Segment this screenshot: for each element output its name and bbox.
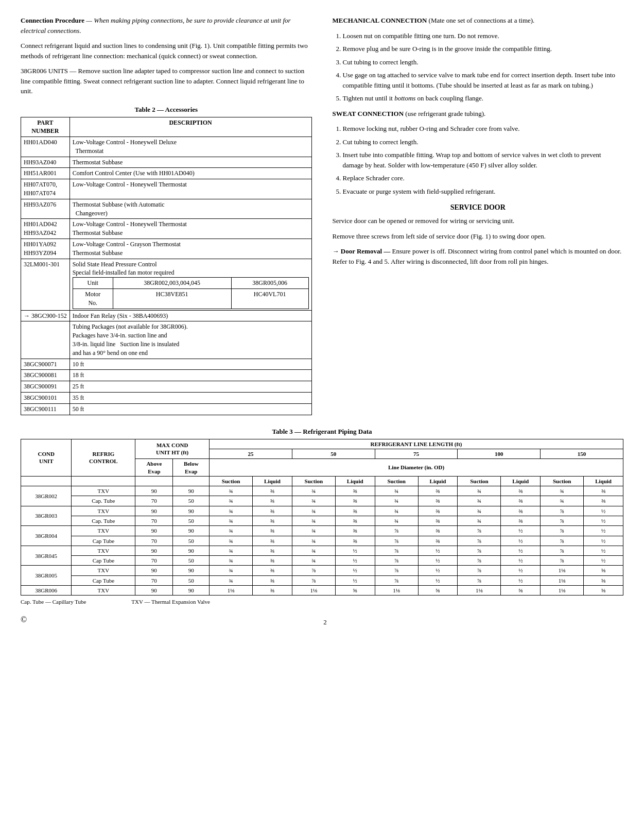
table3-footer: Cap. Tube — Capillary Tube TXV — Thermal…	[21, 599, 623, 605]
th-part-number: PARTNUMBER	[21, 117, 70, 137]
s1-004-txv: ¾	[210, 526, 253, 536]
l4-002-cap: ⅜	[501, 496, 541, 506]
below-50-003: 50	[173, 516, 210, 525]
below-90-006: 90	[173, 586, 210, 596]
s3-005-txv: ⅞	[375, 566, 418, 575]
l3-002-txv: ⅜	[418, 486, 458, 496]
refrig-cap-005: Cap Tube	[72, 575, 135, 585]
l2-006-txv: ⅝	[335, 586, 375, 596]
l1-005-txv: ⅜	[253, 566, 292, 575]
l4-003-txv: ⅜	[501, 506, 541, 516]
s1-003-cap: ¾	[210, 516, 253, 525]
above-90-003: 90	[135, 506, 173, 516]
desc-hh51ar001: Comfort Control Center (Use with HH01AD0…	[69, 168, 311, 179]
desc-hh07at: Low-Voltage Control - Honeywell Thermost…	[69, 179, 311, 199]
table3-wrapper: Table 3 — Refrigerant Piping Data CONDUN…	[21, 428, 623, 605]
l2-003-cap: ⅜	[335, 516, 375, 525]
part-32lm: 32LM001-301	[21, 259, 70, 310]
refrig-txv-045: TXV	[72, 546, 135, 555]
l3-004-txv: ⅜	[418, 526, 458, 536]
l4-003-cap: ⅜	[501, 516, 541, 525]
l1-003-txv: ⅜	[253, 506, 292, 516]
th-blank2	[72, 476, 135, 486]
l3-003-txv: ⅜	[418, 506, 458, 516]
l2-045-cap: ½	[335, 556, 375, 566]
l4-004-txv: ½	[501, 526, 541, 536]
sub-table-32lm: Unit 38GR002,003,004,045 38GR005,006 Mot…	[73, 277, 309, 309]
table-row: 38GC900081 18 ft	[21, 370, 312, 381]
th-50: 50	[292, 449, 375, 458]
refrig-cap-004: Cap Tube	[72, 536, 135, 546]
l4-004-cap: ½	[501, 536, 541, 546]
table-row: HH51AR001 Comfort Control Center (Use wi…	[21, 168, 312, 179]
l1-045-txv: ⅜	[253, 546, 292, 555]
l5-003-cap: ½	[584, 516, 623, 525]
desc-hh01ad040: Low-Voltage Control - Honeywell Deluxe T…	[69, 137, 311, 157]
door-removal-bold: → Door Removal —	[333, 247, 391, 255]
above-90-045: 90	[135, 546, 173, 555]
l1-045-cap: ⅜	[253, 556, 292, 566]
l1-002-txv: ⅜	[253, 486, 292, 496]
l2-005-cap: ½	[335, 575, 375, 585]
table-row-tubing-header: Tubing Packages (not available for 38GR0…	[21, 321, 312, 359]
table-row: 38GR003 TXV 90 90 ¾ ⅜ ¾ ⅜ ¾ ⅜ ¾ ⅜ ⅞ ½	[21, 506, 623, 516]
l5-005-txv: ⅝	[584, 566, 623, 575]
l3-005-txv: ½	[418, 566, 458, 575]
table-row: 38GC900111 50 ft	[21, 403, 312, 415]
s4-005-txv: ⅞	[458, 566, 501, 575]
s3-004-cap: ⅞	[375, 536, 418, 546]
th-line-diam: Line Diameter (in. OD)	[210, 459, 623, 477]
ref-header-row4: Suction Liquid Suction Liquid Suction Li…	[21, 476, 623, 486]
part-hh01ad040: HH01AD040	[21, 137, 70, 157]
l2-004-txv: ⅜	[335, 526, 375, 536]
table-row: HH01AD042HH93AZ042 Low-Voltage Control -…	[21, 219, 312, 239]
mech-step-4: Use gage on tag attached to service valv…	[343, 70, 624, 90]
l1-006-txv: ⅜	[253, 586, 292, 596]
desc-relay: Indoor Fan Relay (Six - 38BA400693)	[69, 310, 311, 321]
door-removal-para: → Door Removal — Ensure power is off. Di…	[333, 246, 624, 266]
table3-title: Table 3 — Refrigerant Piping Data	[21, 428, 623, 436]
s3-006-txv: 1⅛	[375, 586, 418, 596]
above-90-004: 90	[135, 526, 173, 536]
sweat-step-4: Replace Schrader core.	[343, 173, 624, 183]
l3-006-txv: ⅝	[418, 586, 458, 596]
l1-003-cap: ⅜	[253, 516, 292, 525]
desc-tubing-header: Tubing Packages (not available for 38GR0…	[69, 321, 311, 359]
s4-006-txv: 1⅛	[458, 586, 501, 596]
table-row: Cap Tube 70 50 ¾ ⅜ ¾ ½ ⅞ ½ ⅞ ½ ⅞ ½	[21, 556, 623, 566]
table-row: 38GR004 TXV 90 90 ¾ ⅜ ¾ ⅜ ⅞ ⅜ ⅞ ½ ⅞ ½	[21, 526, 623, 536]
s3-002-txv: ¾	[375, 486, 418, 496]
table-row: Cap. Tube 70 50 ¾ ⅜ ¾ ⅜ ¾ ⅜ ¾ ⅜ ¾ ⅜	[21, 496, 623, 506]
l1-004-cap: ⅜	[253, 536, 292, 546]
l4-045-txv: ½	[501, 546, 541, 555]
l3-004-cap: ⅜	[418, 536, 458, 546]
table-row: HH01YA092HH93YZ094 Low-Voltage Control -…	[21, 239, 312, 259]
part-38gc900071: 38GC900071	[21, 359, 70, 370]
mechanical-steps-list: Loosen nut on compatible fitting one tur…	[343, 31, 624, 104]
above-90-005: 90	[135, 566, 173, 575]
l2-045-txv: ½	[335, 546, 375, 555]
th-suction3: Suction	[375, 476, 418, 486]
l2-005-txv: ½	[335, 566, 375, 575]
l2-004-cap: ⅜	[335, 536, 375, 546]
below-90-004: 90	[173, 526, 210, 536]
mechanical-heading: MECHANICAL CONNECTION (Mate one set of c…	[333, 15, 624, 26]
s2-003-cap: ¾	[292, 516, 335, 525]
s5-045-txv: ⅞	[541, 546, 584, 555]
footer-cap-tube: Cap. Tube — Capillary Tube	[21, 599, 86, 605]
l4-045-cap: ½	[501, 556, 541, 566]
l5-004-txv: ½	[584, 526, 623, 536]
cond-38gr003: 38GR003	[21, 506, 72, 526]
cond-38gr004: 38GR004	[21, 526, 72, 546]
s1-005-txv: ¾	[210, 566, 253, 575]
s2-045-cap: ¾	[292, 556, 335, 566]
s2-004-cap: ¾	[292, 536, 335, 546]
part-38gc900111: 38GC900111	[21, 403, 70, 415]
para1: Connect refrigerant liquid and suction l…	[21, 41, 312, 61]
desc-hh01ad042: Low-Voltage Control - Honeywell Thermost…	[69, 219, 311, 239]
l4-005-txv: ½	[501, 566, 541, 575]
l3-003-cap: ⅜	[418, 516, 458, 525]
th-suction4: Suction	[458, 476, 501, 486]
sweat-bold: SWEAT CONNECTION	[333, 110, 404, 117]
s5-045-cap: ⅞	[541, 556, 584, 566]
